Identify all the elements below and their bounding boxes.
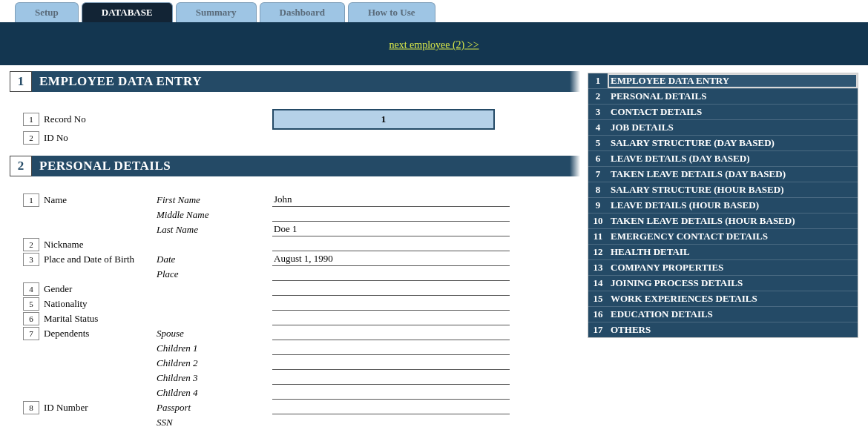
row-place-date-of-birth: 3 Place and Date of Birth Date August 1,…	[10, 252, 570, 267]
nav-item-label[interactable]: JOB DETAILS	[608, 120, 858, 135]
nav-item-label[interactable]: HEALTH DETAIL	[608, 245, 858, 259]
nav-item-3[interactable]: 3CONTACT DETAILS	[588, 105, 858, 120]
nav-item-label[interactable]: WORK EXPERIENCES DETAILS	[608, 291, 858, 306]
middle-name-field[interactable]	[272, 209, 510, 222]
section-number: 1	[10, 71, 32, 92]
nav-item-6[interactable]: 6LEAVE DETAILS (DAY BASED)	[588, 151, 858, 167]
row-id-no: 2 ID No	[10, 130, 570, 145]
nav-item-label[interactable]: SALARY STRUCTURE (HOUR BASED)	[608, 182, 858, 197]
nav-item-label[interactable]: PERSONAL DETAILS	[608, 89, 858, 104]
last-name-field[interactable]: Doe 1	[272, 223, 510, 236]
nav-item-label[interactable]: OTHERS	[608, 322, 858, 337]
nav-item-14[interactable]: 14JOINING PROCESS DETAILS	[588, 276, 858, 291]
row-number: 1	[23, 113, 39, 126]
nav-item-9[interactable]: 9LEAVE DETAILS (HOUR BASED)	[588, 198, 858, 214]
marital-status-field[interactable]	[272, 313, 510, 325]
label-place-date-of-birth: Place and Date of Birth	[42, 254, 157, 265]
nav-item-5[interactable]: 5SALARY STRUCTURE (DAY BASED)	[588, 136, 858, 151]
nationality-field[interactable]	[272, 298, 510, 311]
row-id-number: 8 ID Number Passport	[10, 400, 570, 415]
row-nickname: 2 Nickname	[10, 237, 570, 252]
row-ssn: SSN	[10, 415, 570, 427]
nav-item-label[interactable]: LEAVE DETAILS (HOUR BASED)	[608, 198, 858, 213]
tab-bar: Setup DATABASE Summary Dashboard How to …	[0, 0, 868, 22]
children-2-field[interactable]	[272, 357, 510, 370]
section-title: PERSONAL DETAILS	[32, 156, 570, 176]
section-nav: 1EMPLOYEE DATA ENTRY2PERSONAL DETAILS3CO…	[588, 73, 858, 338]
first-name-field[interactable]: John	[272, 193, 510, 207]
label-name: Name	[42, 194, 157, 206]
nav-item-number: 9	[588, 198, 608, 213]
nav-item-label[interactable]: TAKEN LEAVE DETAILS (DAY BASED)	[608, 167, 858, 182]
gender-field[interactable]	[272, 283, 510, 296]
spouse-field[interactable]	[272, 328, 510, 340]
row-number: 2	[23, 131, 39, 145]
nav-item-number: 1	[588, 73, 608, 88]
nav-item-number: 10	[588, 214, 608, 228]
banner: next employee (2) >>	[0, 22, 868, 65]
date-of-birth-field[interactable]: August 1, 1990	[272, 253, 510, 266]
nav-item-label[interactable]: EMPLOYEE DATA ENTRY	[608, 73, 858, 88]
tab-dashboard[interactable]: Dashboard	[260, 2, 345, 22]
passport-field[interactable]	[272, 402, 510, 414]
row-number: 2	[23, 238, 39, 251]
record-no-value[interactable]: 1	[272, 109, 495, 130]
app-root: Setup DATABASE Summary Dashboard How to …	[0, 0, 868, 427]
tab-summary[interactable]: Summary	[176, 2, 257, 22]
row-children-1: Children 1	[10, 341, 570, 356]
nav-item-13[interactable]: 13COMPANY PROPERTIES	[588, 260, 858, 276]
nav-item-2[interactable]: 2PERSONAL DETAILS	[588, 89, 858, 105]
label-record-no: Record No	[42, 113, 157, 125]
children-1-field[interactable]	[272, 342, 510, 355]
place-of-birth-field[interactable]	[272, 268, 510, 281]
nav-item-4[interactable]: 4JOB DETAILS	[588, 120, 858, 136]
tab-setup[interactable]: Setup	[15, 2, 79, 22]
nav-item-label[interactable]: SALARY STRUCTURE (DAY BASED)	[608, 136, 858, 150]
nav-item-12[interactable]: 12HEALTH DETAIL	[588, 245, 858, 260]
sublabel-children-1: Children 1	[157, 342, 272, 354]
nav-item-label[interactable]: JOINING PROCESS DETAILS	[608, 276, 858, 291]
nav-item-number: 17	[588, 322, 608, 337]
nav-item-number: 13	[588, 260, 608, 275]
nav-item-17[interactable]: 17OTHERS	[588, 322, 858, 337]
main-content: 1 EMPLOYEE DATA ENTRY 1 Record No 1 2 ID…	[0, 65, 868, 427]
sublabel-spouse: Spouse	[157, 328, 272, 340]
row-gender: 4 Gender	[10, 282, 570, 297]
nav-item-8[interactable]: 8SALARY STRUCTURE (HOUR BASED)	[588, 182, 858, 198]
nav-item-11[interactable]: 11EMERGENCY CONTACT DETAILS	[588, 229, 858, 245]
tab-database[interactable]: DATABASE	[82, 2, 173, 22]
nav-item-number: 2	[588, 89, 608, 104]
nav-table: 1EMPLOYEE DATA ENTRY2PERSONAL DETAILS3CO…	[588, 73, 858, 338]
section-header-employee-data-entry: 1 EMPLOYEE DATA ENTRY	[10, 71, 570, 92]
nav-item-number: 3	[588, 105, 608, 119]
children-4-field[interactable]	[272, 387, 510, 400]
sublabel-passport: Passport	[157, 402, 272, 414]
next-employee-link[interactable]: next employee (2) >>	[389, 39, 479, 51]
nav-item-label[interactable]: COMPANY PROPERTIES	[608, 260, 858, 275]
nav-item-number: 11	[588, 229, 608, 244]
nav-item-1[interactable]: 1EMPLOYEE DATA ENTRY	[588, 73, 858, 89]
nav-item-10[interactable]: 10TAKEN LEAVE DETAILS (HOUR BASED)	[588, 214, 858, 229]
row-children-2: Children 2	[10, 356, 570, 371]
tab-how-to-use[interactable]: How to Use	[348, 2, 435, 22]
nickname-field[interactable]	[272, 239, 510, 251]
nav-item-number: 6	[588, 151, 608, 166]
row-record-no: 1 Record No 1	[10, 108, 570, 130]
nav-item-label[interactable]: TAKEN LEAVE DETAILS (HOUR BASED)	[608, 214, 858, 228]
row-place: Place	[10, 267, 570, 282]
children-3-field[interactable]	[272, 372, 510, 385]
nav-item-label[interactable]: CONTACT DETAILS	[608, 105, 858, 119]
ssn-field[interactable]	[272, 417, 510, 428]
row-number: 1	[23, 193, 39, 207]
sublabel-first-name: First Name	[157, 194, 272, 206]
nav-item-label[interactable]: EMERGENCY CONTACT DETAILS	[608, 229, 858, 244]
row-last-name: Last Name Doe 1	[10, 222, 570, 237]
nav-item-7[interactable]: 7TAKEN LEAVE DETAILS (DAY BASED)	[588, 167, 858, 182]
label-id-no: ID No	[42, 132, 157, 144]
nav-item-label[interactable]: LEAVE DETAILS (DAY BASED)	[608, 151, 858, 166]
section-title: EMPLOYEE DATA ENTRY	[32, 71, 570, 92]
nav-item-16[interactable]: 16EDUCATION DETAILS	[588, 307, 858, 322]
nav-item-number: 8	[588, 182, 608, 197]
nav-item-15[interactable]: 15WORK EXPERIENCES DETAILS	[588, 291, 858, 307]
nav-item-label[interactable]: EDUCATION DETAILS	[608, 307, 858, 322]
